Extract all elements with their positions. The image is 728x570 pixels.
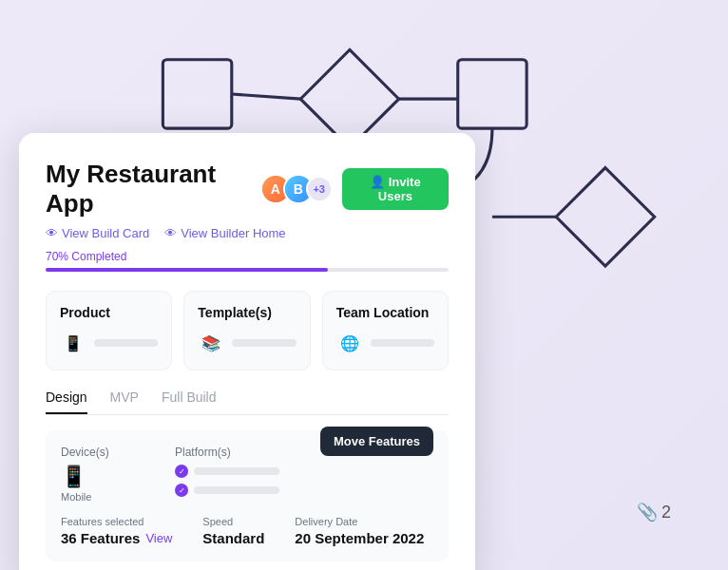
stat-speed-value: Standard [202,530,264,546]
view-builder-home-link[interactable]: 👁 View Builder Home [164,226,285,240]
avatar-extra-count: +3 [306,176,333,202]
stat-features-label: Features selected [61,516,172,527]
stats-row: Features selected 36 Features View Speed… [61,516,433,546]
location-placeholder-bar [371,339,434,347]
info-card-location-title: Team Location [336,305,434,320]
platform-bar-2 [194,486,279,494]
tab-design[interactable]: Design [46,390,87,414]
platform-bar-1 [194,467,279,475]
tab-full-build[interactable]: Full Build [162,390,217,414]
location-icon: 🌐 [336,330,363,356]
details-section: Device(s) 📱 Mobile Platform(s) [46,430,449,561]
progress-bar-background [46,268,449,272]
links-row: 👁 View Build Card 👁 View Builder Home [46,226,449,240]
info-card-location-content: 🌐 [336,330,434,356]
tabs-row: Design MVP Full Build [46,390,449,415]
info-card-template-title: Template(s) [198,305,296,320]
device-name: Mobile [61,491,137,503]
platform-bars [175,465,279,497]
features-view-link[interactable]: View [145,531,172,545]
stat-speed: Speed Standard [202,516,264,546]
eye-icon-2: 👁 [164,226,177,240]
platform-bar-row-2 [175,484,279,497]
platform-label: Platform(s) [175,446,279,459]
template-icon: 📚 [198,330,224,356]
info-card-location: Team Location 🌐 [322,291,449,370]
move-features-button[interactable]: Move Features [320,427,433,456]
svg-rect-0 [163,60,231,128]
main-card: My Restaurant App A B +3 👤 Invite Users … [19,133,475,570]
template-placeholder-bar [232,339,296,347]
tab-mvp[interactable]: MVP [110,390,139,414]
details-top-row: Device(s) 📱 Mobile Platform(s) [61,446,433,503]
attachment-icon: 📎 [637,502,658,522]
svg-marker-6 [556,168,654,266]
header-right: A B +3 👤 Invite Users [260,168,449,210]
platform-dot-1 [175,465,188,478]
product-placeholder-bar [94,339,158,347]
product-icon: 📱 [60,330,86,356]
device-icon: 📱 [61,465,137,489]
stat-features: Features selected 36 Features View [61,516,172,546]
stat-features-value: 36 Features View [61,530,172,546]
view-build-card-link[interactable]: 👁 View Build Card [46,226,149,240]
attachment-count: 2 [661,503,671,522]
platform-dot-2 [175,484,188,497]
platform-block: Platform(s) [175,446,279,497]
stat-delivery: Delivery Date 20 September 2022 [295,516,424,546]
svg-rect-3 [458,60,527,128]
device-label: Device(s) [61,446,137,459]
progress-bar-fill [46,268,328,272]
stat-delivery-value: 20 September 2022 [295,530,424,546]
info-card-product: Product 📱 [46,291,172,370]
stat-delivery-label: Delivery Date [295,516,424,527]
card-header: My Restaurant App A B +3 👤 Invite Users [46,160,449,218]
eye-icon-1: 👁 [46,226,58,240]
svg-line-4 [232,94,300,99]
info-cards-row: Product 📱 Template(s) 📚 Team Location 🌐 [46,291,449,370]
progress-label: 70% Completed [46,250,449,263]
progress-section: 70% Completed [46,250,449,272]
info-card-product-content: 📱 [60,330,158,356]
platform-bar-row-1 [175,465,279,478]
info-card-template-content: 📚 [198,330,296,356]
stat-speed-label: Speed [202,516,264,527]
attachment-badge: 📎 2 [637,502,671,522]
info-card-product-title: Product [60,305,158,320]
device-block: Device(s) 📱 Mobile [61,446,137,503]
avatar-group: A B +3 [260,174,333,204]
invite-users-button[interactable]: 👤 Invite Users [342,168,449,210]
info-card-template: Template(s) 📚 [183,291,310,370]
app-title: My Restaurant App [46,160,260,218]
